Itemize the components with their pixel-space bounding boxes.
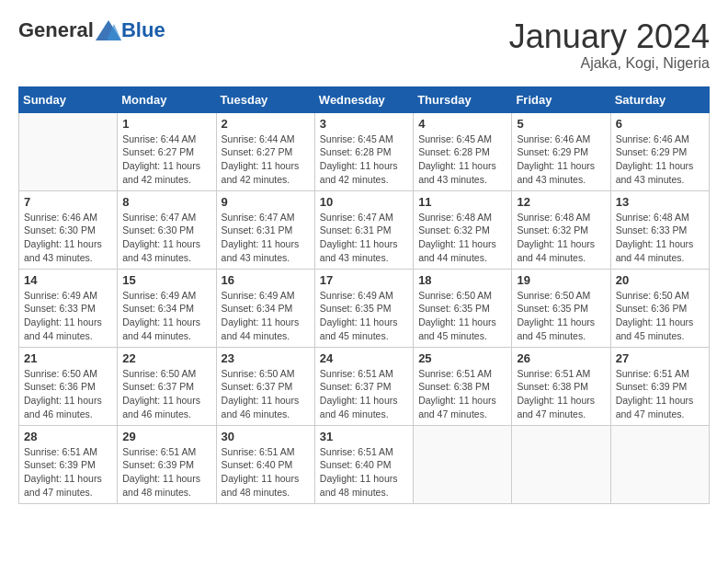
calendar-cell: 16Sunrise: 6:49 AMSunset: 6:34 PMDayligh… [216, 269, 314, 347]
weekday-header-row: SundayMondayTuesdayWednesdayThursdayFrid… [19, 86, 710, 112]
calendar-cell: 24Sunrise: 6:51 AMSunset: 6:37 PMDayligh… [314, 347, 413, 425]
calendar-cell [512, 425, 610, 503]
day-info: Sunrise: 6:51 AMSunset: 6:39 PMDaylight:… [24, 445, 112, 500]
day-number: 23 [222, 351, 310, 365]
day-number: 12 [517, 195, 605, 209]
weekday-header-friday: Friday [512, 86, 610, 112]
calendar-cell: 19Sunrise: 6:50 AMSunset: 6:35 PMDayligh… [512, 269, 610, 347]
day-number: 22 [122, 351, 210, 365]
calendar-cell: 30Sunrise: 6:51 AMSunset: 6:40 PMDayligh… [216, 425, 314, 503]
calendar-week-row: 14Sunrise: 6:49 AMSunset: 6:33 PMDayligh… [19, 269, 710, 347]
calendar-table: SundayMondayTuesdayWednesdayThursdayFrid… [18, 86, 710, 504]
logo: General Blue [18, 18, 165, 42]
calendar-week-row: 28Sunrise: 6:51 AMSunset: 6:39 PMDayligh… [19, 425, 710, 503]
calendar-cell: 23Sunrise: 6:50 AMSunset: 6:37 PMDayligh… [216, 347, 314, 425]
day-number: 16 [222, 273, 310, 287]
calendar-cell: 2Sunrise: 6:44 AMSunset: 6:27 PMDaylight… [216, 112, 314, 190]
calendar-cell: 4Sunrise: 6:45 AMSunset: 6:28 PMDaylight… [414, 112, 512, 190]
weekday-header-monday: Monday [118, 86, 216, 112]
day-info: Sunrise: 6:50 AMSunset: 6:36 PMDaylight:… [616, 289, 704, 343]
day-number: 31 [320, 430, 408, 443]
day-info: Sunrise: 6:44 AMSunset: 6:27 PMDaylight:… [222, 132, 310, 187]
weekday-header-thursday: Thursday [414, 86, 512, 112]
day-info: Sunrise: 6:47 AMSunset: 6:30 PMDaylight:… [122, 211, 210, 265]
day-info: Sunrise: 6:49 AMSunset: 6:33 PMDaylight:… [24, 289, 112, 343]
calendar-cell: 25Sunrise: 6:51 AMSunset: 6:38 PMDayligh… [414, 347, 512, 425]
calendar-cell: 28Sunrise: 6:51 AMSunset: 6:39 PMDayligh… [19, 425, 118, 503]
weekday-header-sunday: Sunday [19, 86, 118, 112]
day-info: Sunrise: 6:50 AMSunset: 6:37 PMDaylight:… [222, 367, 310, 421]
day-number: 25 [418, 351, 506, 365]
day-info: Sunrise: 6:44 AMSunset: 6:27 PMDaylight:… [122, 132, 210, 187]
day-info: Sunrise: 6:45 AMSunset: 6:28 PMDaylight:… [418, 132, 506, 187]
calendar-week-row: 7Sunrise: 6:46 AMSunset: 6:30 PMDaylight… [19, 190, 710, 269]
day-number: 14 [24, 273, 112, 287]
day-info: Sunrise: 6:46 AMSunset: 6:29 PMDaylight:… [616, 132, 704, 187]
calendar-cell: 31Sunrise: 6:51 AMSunset: 6:40 PMDayligh… [314, 425, 413, 503]
calendar-cell: 7Sunrise: 6:46 AMSunset: 6:30 PMDaylight… [19, 190, 118, 269]
calendar-cell: 22Sunrise: 6:50 AMSunset: 6:37 PMDayligh… [118, 347, 216, 425]
calendar-cell: 14Sunrise: 6:49 AMSunset: 6:33 PMDayligh… [19, 269, 118, 347]
location-text: Ajaka, Kogi, Nigeria [509, 55, 710, 72]
calendar-cell: 12Sunrise: 6:48 AMSunset: 6:32 PMDayligh… [512, 190, 610, 269]
calendar-cell: 8Sunrise: 6:47 AMSunset: 6:30 PMDaylight… [118, 190, 216, 269]
weekday-header-saturday: Saturday [610, 86, 709, 112]
calendar-cell: 13Sunrise: 6:48 AMSunset: 6:33 PMDayligh… [610, 190, 709, 269]
day-number: 5 [517, 117, 605, 131]
day-number: 18 [418, 273, 506, 287]
calendar-cell: 17Sunrise: 6:49 AMSunset: 6:35 PMDayligh… [314, 269, 413, 347]
weekday-header-tuesday: Tuesday [216, 86, 314, 112]
day-number: 24 [320, 351, 408, 365]
day-info: Sunrise: 6:51 AMSunset: 6:39 PMDaylight:… [616, 367, 704, 421]
day-number: 11 [418, 195, 506, 209]
day-info: Sunrise: 6:51 AMSunset: 6:39 PMDaylight:… [122, 445, 210, 500]
calendar-cell: 18Sunrise: 6:50 AMSunset: 6:35 PMDayligh… [414, 269, 512, 347]
calendar-cell: 20Sunrise: 6:50 AMSunset: 6:36 PMDayligh… [610, 269, 709, 347]
day-info: Sunrise: 6:46 AMSunset: 6:29 PMDaylight:… [517, 132, 605, 187]
day-number: 17 [320, 273, 408, 287]
day-info: Sunrise: 6:48 AMSunset: 6:32 PMDaylight:… [517, 211, 605, 265]
logo-general-text: General [18, 18, 94, 42]
day-number: 1 [122, 117, 210, 131]
day-number: 3 [320, 117, 408, 131]
day-number: 7 [24, 195, 112, 209]
day-info: Sunrise: 6:51 AMSunset: 6:40 PMDaylight:… [222, 445, 310, 500]
day-number: 6 [616, 117, 704, 131]
calendar-cell: 1Sunrise: 6:44 AMSunset: 6:27 PMDaylight… [118, 112, 216, 190]
calendar-week-row: 1Sunrise: 6:44 AMSunset: 6:27 PMDaylight… [19, 112, 710, 190]
day-info: Sunrise: 6:49 AMSunset: 6:35 PMDaylight:… [320, 289, 408, 343]
day-number: 27 [616, 351, 704, 365]
day-info: Sunrise: 6:51 AMSunset: 6:38 PMDaylight:… [517, 367, 605, 421]
day-number: 2 [222, 117, 310, 131]
calendar-cell: 5Sunrise: 6:46 AMSunset: 6:29 PMDaylight… [512, 112, 610, 190]
day-info: Sunrise: 6:47 AMSunset: 6:31 PMDaylight:… [320, 211, 408, 265]
logo-icon [96, 20, 121, 40]
day-number: 9 [222, 195, 310, 209]
calendar-cell: 9Sunrise: 6:47 AMSunset: 6:31 PMDaylight… [216, 190, 314, 269]
day-info: Sunrise: 6:51 AMSunset: 6:40 PMDaylight:… [320, 445, 408, 500]
calendar-cell [19, 112, 118, 190]
day-info: Sunrise: 6:50 AMSunset: 6:36 PMDaylight:… [24, 367, 112, 421]
calendar-cell: 27Sunrise: 6:51 AMSunset: 6:39 PMDayligh… [610, 347, 709, 425]
day-info: Sunrise: 6:48 AMSunset: 6:32 PMDaylight:… [418, 211, 506, 265]
day-info: Sunrise: 6:46 AMSunset: 6:30 PMDaylight:… [24, 211, 112, 265]
calendar-cell: 15Sunrise: 6:49 AMSunset: 6:34 PMDayligh… [118, 269, 216, 347]
day-info: Sunrise: 6:45 AMSunset: 6:28 PMDaylight:… [320, 132, 408, 187]
day-number: 15 [122, 273, 210, 287]
weekday-header-wednesday: Wednesday [314, 86, 413, 112]
day-info: Sunrise: 6:50 AMSunset: 6:35 PMDaylight:… [517, 289, 605, 343]
calendar-cell [610, 425, 709, 503]
calendar-cell: 29Sunrise: 6:51 AMSunset: 6:39 PMDayligh… [118, 425, 216, 503]
day-info: Sunrise: 6:50 AMSunset: 6:35 PMDaylight:… [418, 289, 506, 343]
day-number: 20 [616, 273, 704, 287]
logo-blue-text: Blue [121, 18, 165, 42]
calendar-cell: 6Sunrise: 6:46 AMSunset: 6:29 PMDaylight… [610, 112, 709, 190]
day-number: 13 [616, 195, 704, 209]
calendar-cell: 26Sunrise: 6:51 AMSunset: 6:38 PMDayligh… [512, 347, 610, 425]
day-number: 19 [517, 273, 605, 287]
day-number: 30 [222, 430, 310, 443]
day-info: Sunrise: 6:48 AMSunset: 6:33 PMDaylight:… [616, 211, 704, 265]
page-header: General Blue January 2024 Ajaka, Kogi, N… [18, 18, 710, 72]
day-info: Sunrise: 6:50 AMSunset: 6:37 PMDaylight:… [122, 367, 210, 421]
day-number: 21 [24, 351, 112, 365]
